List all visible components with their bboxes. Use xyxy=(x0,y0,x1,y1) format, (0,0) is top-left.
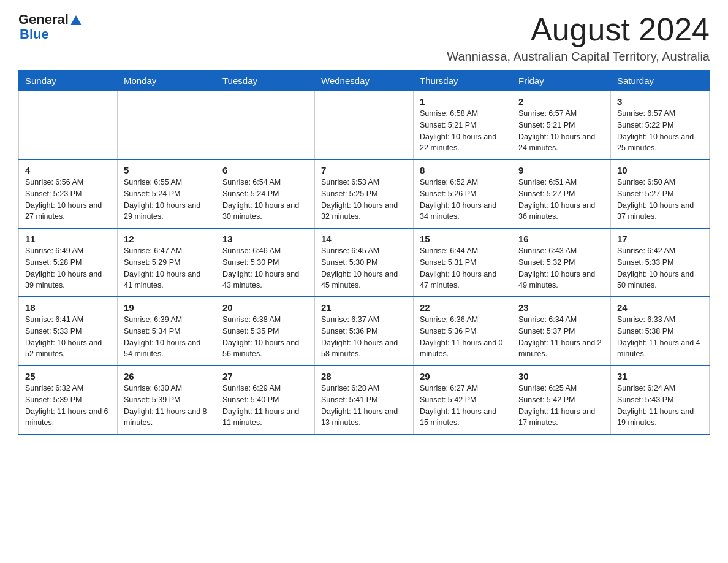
calendar-week-row: 25Sunrise: 6:32 AM Sunset: 5:39 PM Dayli… xyxy=(19,366,710,434)
day-number: 23 xyxy=(518,302,604,313)
day-info: Sunrise: 6:32 AM Sunset: 5:39 PM Dayligh… xyxy=(25,383,111,429)
day-number: 17 xyxy=(617,234,703,244)
calendar-day-cell xyxy=(216,91,315,160)
calendar-day-cell: 30Sunrise: 6:25 AM Sunset: 5:42 PM Dayli… xyxy=(512,366,611,434)
day-info: Sunrise: 6:53 AM Sunset: 5:25 PM Dayligh… xyxy=(321,177,407,223)
calendar-day-cell: 6Sunrise: 6:54 AM Sunset: 5:24 PM Daylig… xyxy=(216,159,315,228)
day-number: 26 xyxy=(124,371,210,381)
day-number: 6 xyxy=(222,165,308,175)
day-info: Sunrise: 6:51 AM Sunset: 5:27 PM Dayligh… xyxy=(518,177,604,223)
day-number: 27 xyxy=(222,371,308,381)
calendar-header-row: SundayMondayTuesdayWednesdayThursdayFrid… xyxy=(19,71,710,91)
calendar-day-cell: 29Sunrise: 6:27 AM Sunset: 5:42 PM Dayli… xyxy=(414,366,512,434)
calendar-day-cell: 20Sunrise: 6:38 AM Sunset: 5:35 PM Dayli… xyxy=(216,297,315,366)
calendar-day-cell: 16Sunrise: 6:43 AM Sunset: 5:32 PM Dayli… xyxy=(512,228,611,297)
day-info: Sunrise: 6:46 AM Sunset: 5:30 PM Dayligh… xyxy=(222,245,308,291)
day-info: Sunrise: 6:28 AM Sunset: 5:41 PM Dayligh… xyxy=(321,383,407,429)
day-info: Sunrise: 6:33 AM Sunset: 5:38 PM Dayligh… xyxy=(617,314,703,360)
calendar-week-row: 4Sunrise: 6:56 AM Sunset: 5:23 PM Daylig… xyxy=(19,159,710,228)
day-info: Sunrise: 6:45 AM Sunset: 5:30 PM Dayligh… xyxy=(321,245,407,291)
day-number: 5 xyxy=(124,165,210,175)
day-info: Sunrise: 6:44 AM Sunset: 5:31 PM Dayligh… xyxy=(420,245,506,291)
day-number: 12 xyxy=(124,234,210,244)
calendar-day-cell: 18Sunrise: 6:41 AM Sunset: 5:33 PM Dayli… xyxy=(19,297,118,366)
day-info: Sunrise: 6:58 AM Sunset: 5:21 PM Dayligh… xyxy=(420,108,506,154)
day-info: Sunrise: 6:38 AM Sunset: 5:35 PM Dayligh… xyxy=(222,314,308,360)
calendar-day-cell: 17Sunrise: 6:42 AM Sunset: 5:33 PM Dayli… xyxy=(611,228,710,297)
calendar-week-row: 1Sunrise: 6:58 AM Sunset: 5:21 PM Daylig… xyxy=(19,91,710,160)
day-number: 21 xyxy=(321,302,407,313)
day-number: 22 xyxy=(420,302,506,313)
calendar-day-cell: 14Sunrise: 6:45 AM Sunset: 5:30 PM Dayli… xyxy=(315,228,414,297)
day-number: 11 xyxy=(25,234,111,244)
day-number: 4 xyxy=(25,165,111,175)
month-year-title: August 2024 xyxy=(447,12,710,47)
calendar-week-row: 11Sunrise: 6:49 AM Sunset: 5:28 PM Dayli… xyxy=(19,228,710,297)
calendar-day-cell: 28Sunrise: 6:28 AM Sunset: 5:41 PM Dayli… xyxy=(315,366,414,434)
day-number: 19 xyxy=(124,302,210,313)
day-info: Sunrise: 6:30 AM Sunset: 5:39 PM Dayligh… xyxy=(124,383,210,429)
day-info: Sunrise: 6:29 AM Sunset: 5:40 PM Dayligh… xyxy=(222,383,308,429)
calendar-day-cell: 10Sunrise: 6:50 AM Sunset: 5:27 PM Dayli… xyxy=(611,159,710,228)
calendar-day-cell: 21Sunrise: 6:37 AM Sunset: 5:36 PM Dayli… xyxy=(315,297,414,366)
day-info: Sunrise: 6:39 AM Sunset: 5:34 PM Dayligh… xyxy=(124,314,210,360)
day-info: Sunrise: 6:27 AM Sunset: 5:42 PM Dayligh… xyxy=(420,383,506,429)
calendar-table: SundayMondayTuesdayWednesdayThursdayFrid… xyxy=(18,70,710,435)
day-of-week-header: Sunday xyxy=(19,71,118,91)
day-info: Sunrise: 6:56 AM Sunset: 5:23 PM Dayligh… xyxy=(25,177,111,223)
day-number: 20 xyxy=(222,302,308,313)
day-info: Sunrise: 6:42 AM Sunset: 5:33 PM Dayligh… xyxy=(617,245,703,291)
day-info: Sunrise: 6:41 AM Sunset: 5:33 PM Dayligh… xyxy=(25,314,111,360)
day-info: Sunrise: 6:49 AM Sunset: 5:28 PM Dayligh… xyxy=(25,245,111,291)
calendar-day-cell: 25Sunrise: 6:32 AM Sunset: 5:39 PM Dayli… xyxy=(19,366,118,434)
day-number: 2 xyxy=(518,96,604,107)
logo-blue: Blue xyxy=(20,26,49,42)
day-info: Sunrise: 6:25 AM Sunset: 5:42 PM Dayligh… xyxy=(518,383,604,429)
day-of-week-header: Wednesday xyxy=(315,71,414,91)
day-number: 31 xyxy=(617,371,703,381)
day-of-week-header: Friday xyxy=(512,71,611,91)
calendar-day-cell: 27Sunrise: 6:29 AM Sunset: 5:40 PM Dayli… xyxy=(216,366,315,434)
day-number: 1 xyxy=(420,96,506,107)
day-number: 14 xyxy=(321,234,407,244)
day-info: Sunrise: 6:34 AM Sunset: 5:37 PM Dayligh… xyxy=(518,314,604,360)
day-number: 28 xyxy=(321,371,407,381)
calendar-day-cell: 5Sunrise: 6:55 AM Sunset: 5:24 PM Daylig… xyxy=(118,159,216,228)
calendar-day-cell: 26Sunrise: 6:30 AM Sunset: 5:39 PM Dayli… xyxy=(118,366,216,434)
calendar-day-cell: 7Sunrise: 6:53 AM Sunset: 5:25 PM Daylig… xyxy=(315,159,414,228)
day-of-week-header: Thursday xyxy=(414,71,512,91)
day-info: Sunrise: 6:55 AM Sunset: 5:24 PM Dayligh… xyxy=(124,177,210,223)
day-info: Sunrise: 6:57 AM Sunset: 5:21 PM Dayligh… xyxy=(518,108,604,154)
day-of-week-header: Saturday xyxy=(611,71,710,91)
day-number: 3 xyxy=(617,96,703,107)
calendar-day-cell xyxy=(118,91,216,160)
day-number: 16 xyxy=(518,234,604,244)
day-info: Sunrise: 6:50 AM Sunset: 5:27 PM Dayligh… xyxy=(617,177,703,223)
calendar-day-cell: 4Sunrise: 6:56 AM Sunset: 5:23 PM Daylig… xyxy=(19,159,118,228)
calendar-day-cell: 1Sunrise: 6:58 AM Sunset: 5:21 PM Daylig… xyxy=(414,91,512,160)
day-of-week-header: Tuesday xyxy=(216,71,315,91)
calendar-day-cell: 9Sunrise: 6:51 AM Sunset: 5:27 PM Daylig… xyxy=(512,159,611,228)
day-number: 8 xyxy=(420,165,506,175)
calendar-day-cell: 2Sunrise: 6:57 AM Sunset: 5:21 PM Daylig… xyxy=(512,91,611,160)
calendar-day-cell: 23Sunrise: 6:34 AM Sunset: 5:37 PM Dayli… xyxy=(512,297,611,366)
calendar-day-cell: 31Sunrise: 6:24 AM Sunset: 5:43 PM Dayli… xyxy=(611,366,710,434)
day-number: 7 xyxy=(321,165,407,175)
logo-general: General xyxy=(18,12,69,27)
day-info: Sunrise: 6:43 AM Sunset: 5:32 PM Dayligh… xyxy=(518,245,604,291)
day-info: Sunrise: 6:24 AM Sunset: 5:43 PM Dayligh… xyxy=(617,383,703,429)
calendar-day-cell xyxy=(315,91,414,160)
day-of-week-header: Monday xyxy=(118,71,216,91)
day-number: 13 xyxy=(222,234,308,244)
day-number: 25 xyxy=(25,371,111,381)
day-number: 15 xyxy=(420,234,506,244)
day-number: 24 xyxy=(617,302,703,313)
calendar-day-cell: 3Sunrise: 6:57 AM Sunset: 5:22 PM Daylig… xyxy=(611,91,710,160)
calendar-body: 1Sunrise: 6:58 AM Sunset: 5:21 PM Daylig… xyxy=(19,91,710,435)
calendar-day-cell: 22Sunrise: 6:36 AM Sunset: 5:36 PM Dayli… xyxy=(414,297,512,366)
day-number: 10 xyxy=(617,165,703,175)
page-header: General Blue August 2024 Wanniassa, Aust… xyxy=(18,12,710,64)
calendar-day-cell xyxy=(19,91,118,160)
day-info: Sunrise: 6:52 AM Sunset: 5:26 PM Dayligh… xyxy=(420,177,506,223)
calendar-day-cell: 12Sunrise: 6:47 AM Sunset: 5:29 PM Dayli… xyxy=(118,228,216,297)
